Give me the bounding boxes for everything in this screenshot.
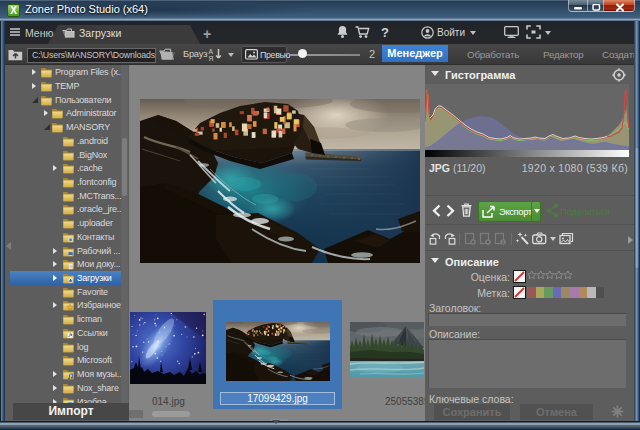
svg-text:А: А (209, 48, 214, 55)
svg-text:Я: Я (209, 55, 214, 62)
